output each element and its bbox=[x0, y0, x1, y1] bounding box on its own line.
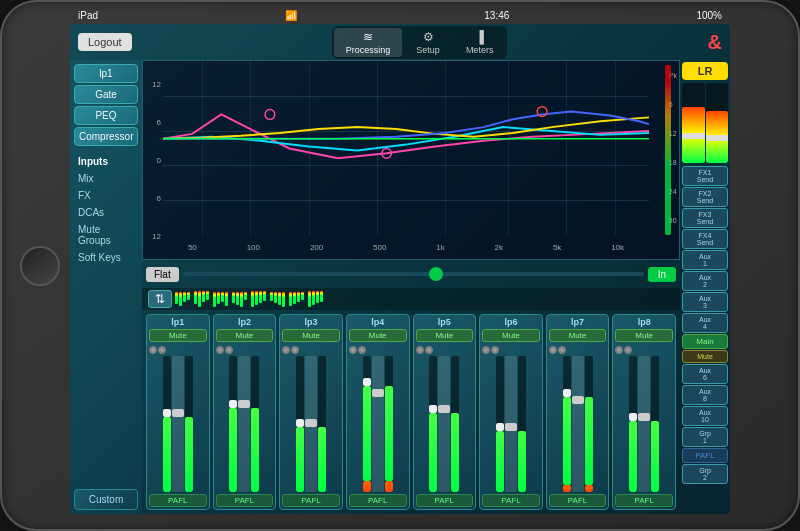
knob-c-lp5[interactable] bbox=[416, 346, 424, 354]
pafl-btn-lp4[interactable]: PAFL bbox=[349, 494, 407, 507]
fader-knob-lp6[interactable] bbox=[505, 423, 517, 431]
knob-c-lp1[interactable] bbox=[149, 346, 157, 354]
pafl-right-button[interactable]: PAFL bbox=[682, 448, 728, 463]
fader-handle-r[interactable] bbox=[706, 135, 729, 141]
fader-handle-l[interactable] bbox=[682, 133, 705, 139]
tab-setup[interactable]: ⚙ Setup bbox=[404, 28, 452, 57]
fader-handle-lp2[interactable] bbox=[229, 400, 237, 408]
fader-fill-red2-lp4 bbox=[385, 481, 393, 492]
fader-thumb-lp4[interactable] bbox=[372, 356, 384, 492]
aux3-button[interactable]: Aux3 bbox=[682, 292, 728, 312]
lp1-button[interactable]: lp1 bbox=[74, 64, 138, 83]
sidebar-item-soft-keys[interactable]: Soft Keys bbox=[74, 250, 138, 265]
fx3-send-button[interactable]: FX3Send bbox=[682, 208, 728, 228]
knob-c-lp3[interactable] bbox=[282, 346, 290, 354]
logout-button[interactable]: Logout bbox=[78, 33, 132, 51]
knob-c-lp6[interactable] bbox=[482, 346, 490, 354]
aux4-button[interactable]: Aux4 bbox=[682, 313, 728, 333]
fader-thumb-lp5[interactable] bbox=[438, 356, 450, 492]
knob-c-lp2[interactable] bbox=[216, 346, 224, 354]
aux2-button[interactable]: Aux2 bbox=[682, 271, 728, 291]
fader-thumb-lp2[interactable] bbox=[238, 356, 250, 492]
fader-knob-lp8[interactable] bbox=[638, 413, 650, 421]
grp1-button[interactable]: Grp1 bbox=[682, 427, 728, 447]
pafl-btn-lp1[interactable]: PAFL bbox=[149, 494, 207, 507]
mute-right-button[interactable]: Mute bbox=[682, 350, 728, 363]
fader-handle-lp1[interactable] bbox=[163, 409, 171, 417]
eq-area: 12 6 0 6 12 bbox=[142, 60, 680, 260]
knob-2-lp8[interactable] bbox=[624, 346, 632, 354]
knob-2-lp6[interactable] bbox=[491, 346, 499, 354]
lr-button[interactable]: LR bbox=[682, 62, 728, 80]
mute-btn-lp2[interactable]: Mute bbox=[216, 329, 274, 342]
fx4-send-button[interactable]: FX4Send bbox=[682, 229, 728, 249]
mute-btn-lp7[interactable]: Mute bbox=[549, 329, 607, 342]
knob-2-lp4[interactable] bbox=[358, 346, 366, 354]
sidebar-item-dcas[interactable]: DCAs bbox=[74, 205, 138, 220]
fader-thumb-lp8[interactable] bbox=[638, 356, 650, 492]
sidebar-item-mix[interactable]: Mix bbox=[74, 171, 138, 186]
fader-handle-lp6[interactable] bbox=[496, 423, 504, 431]
tab-meters[interactable]: ▐ Meters bbox=[454, 28, 506, 57]
meter-bar bbox=[221, 292, 224, 302]
sidebar-item-inputs[interactable]: Inputs bbox=[74, 154, 138, 169]
mute-btn-lp3[interactable]: Mute bbox=[282, 329, 340, 342]
knob-c-lp7[interactable] bbox=[549, 346, 557, 354]
fader-handle-lp5[interactable] bbox=[429, 405, 437, 413]
sidebar-item-fx[interactable]: FX bbox=[74, 188, 138, 203]
fader-knob-lp3[interactable] bbox=[305, 419, 317, 427]
gate-button[interactable]: Gate bbox=[74, 85, 138, 104]
pafl-btn-lp2[interactable]: PAFL bbox=[216, 494, 274, 507]
fader-handle-lp4[interactable] bbox=[363, 378, 371, 386]
flat-button[interactable]: Flat bbox=[146, 267, 179, 282]
fader-thumb-lp6[interactable] bbox=[505, 356, 517, 492]
knob-c-lp4[interactable] bbox=[349, 346, 357, 354]
knob-2-lp3[interactable] bbox=[291, 346, 299, 354]
pafl-btn-lp7[interactable]: PAFL bbox=[549, 494, 607, 507]
main-content: lp1 Gate PEQ Compressor Inputs Mix FX DC… bbox=[70, 60, 730, 514]
mute-btn-lp5[interactable]: Mute bbox=[416, 329, 474, 342]
eq-slider-thumb[interactable] bbox=[429, 267, 443, 281]
knob-2-lp1[interactable] bbox=[158, 346, 166, 354]
pafl-btn-lp6[interactable]: PAFL bbox=[482, 494, 540, 507]
fader-thumb-lp3[interactable] bbox=[305, 356, 317, 492]
fx2-send-button[interactable]: FX2Send bbox=[682, 187, 728, 207]
fader-handle-lp7[interactable] bbox=[563, 389, 571, 397]
aux1-button[interactable]: Aux1 bbox=[682, 250, 728, 270]
pafl-btn-lp3[interactable]: PAFL bbox=[282, 494, 340, 507]
fader-knob-lp4[interactable] bbox=[372, 389, 384, 397]
in-button[interactable]: In bbox=[648, 267, 676, 282]
channel-nav-scroll[interactable]: ⇅ bbox=[148, 290, 172, 308]
grp2-button[interactable]: Grp2 bbox=[682, 464, 728, 484]
knob-2-lp2[interactable] bbox=[225, 346, 233, 354]
aux6-button[interactable]: Aux6 bbox=[682, 364, 728, 384]
fader-handle-lp3[interactable] bbox=[296, 419, 304, 427]
mute-btn-lp6[interactable]: Mute bbox=[482, 329, 540, 342]
main-button[interactable]: Main bbox=[682, 334, 728, 349]
fader-thumb-lp1[interactable] bbox=[172, 356, 184, 492]
tab-processing[interactable]: ≋ Processing bbox=[334, 28, 403, 57]
custom-button[interactable]: Custom bbox=[74, 489, 138, 510]
aux8-button[interactable]: Aux8 bbox=[682, 385, 728, 405]
fader-handle-lp8[interactable] bbox=[629, 413, 637, 421]
compressor-button[interactable]: Compressor bbox=[74, 127, 138, 146]
fader-thumb-lp7[interactable] bbox=[572, 356, 584, 492]
mute-btn-lp1[interactable]: Mute bbox=[149, 329, 207, 342]
aux10-button[interactable]: Aux10 bbox=[682, 406, 728, 426]
mute-btn-lp8[interactable]: Mute bbox=[615, 329, 673, 342]
knob-c-lp8[interactable] bbox=[615, 346, 623, 354]
channel-fader-lp4 bbox=[349, 356, 407, 492]
pafl-btn-lp8[interactable]: PAFL bbox=[615, 494, 673, 507]
mute-btn-lp4[interactable]: Mute bbox=[349, 329, 407, 342]
meter-group-7 bbox=[289, 292, 304, 306]
knob-2-lp7[interactable] bbox=[558, 346, 566, 354]
knob-2-lp5[interactable] bbox=[425, 346, 433, 354]
sidebar-item-mute-groups[interactable]: Mute Groups bbox=[74, 222, 138, 248]
fx1-send-button[interactable]: FX1Send bbox=[682, 166, 728, 186]
fader-knob-lp7[interactable] bbox=[572, 396, 584, 404]
fader-knob-lp5[interactable] bbox=[438, 405, 450, 413]
fader-knob-lp2[interactable] bbox=[238, 400, 250, 408]
pafl-btn-lp5[interactable]: PAFL bbox=[416, 494, 474, 507]
peq-button[interactable]: PEQ bbox=[74, 106, 138, 125]
fader-knob-lp1[interactable] bbox=[172, 409, 184, 417]
